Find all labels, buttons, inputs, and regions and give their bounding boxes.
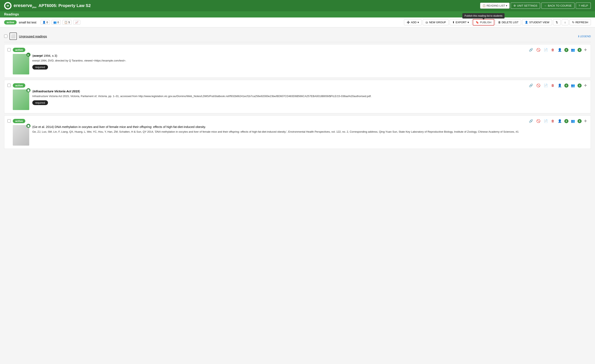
list-name: small list test xyxy=(19,21,36,24)
reading-citation-3: Ge, ZJ, Luo, SM, Lin, F, Liang, QX, Huan… xyxy=(32,130,588,134)
reading-checkbox-2[interactable] xyxy=(7,84,11,87)
reading-header-row-2: active 🔗 🚫 📄 🗑 👤 0 👥 0 ✛ xyxy=(13,83,588,88)
counter-3b: 0 xyxy=(578,119,582,123)
back-to-course-button[interactable]: ← BACK TO COURSE xyxy=(541,2,575,9)
reading-title-3: (Ge et al. 2014) DNA methylation in oocy… xyxy=(32,125,588,129)
thumb-badge-1: ▶ xyxy=(26,53,30,57)
reading-status-2: active xyxy=(13,83,25,88)
reading-top-3: active 🔗 🚫 📄 🗑 👤 0 👥 0 ✛ xyxy=(7,119,588,146)
subheader: Readings xyxy=(0,11,595,17)
refresh-button[interactable]: ↻ REFRESH xyxy=(569,19,591,25)
reading-content-2: 📄 (Infrastructure Victoria Act 2015) Inf… xyxy=(13,89,588,110)
reading-top-2: active 🔗 🚫 📄 🗑 👤 0 👥 0 ✛ xyxy=(7,83,588,110)
reading-title-2: (Infrastructure Victoria Act 2015) xyxy=(32,89,588,93)
notes-btn-3[interactable]: 📄 xyxy=(543,119,549,124)
svg-point-1 xyxy=(7,5,8,6)
doc-count-btn[interactable]: 📋 5 xyxy=(62,20,72,25)
export-button[interactable]: ⬆ EXPORT ▾ xyxy=(450,19,472,25)
notes-btn-2[interactable]: 📄 xyxy=(543,83,549,88)
reading-content-3: 📄 (Ge et al. 2014) DNA methylation in oo… xyxy=(13,125,588,146)
required-badge-2: required xyxy=(32,100,48,105)
reading-actions-1: 🔗 🚫 📄 🗑 👤 0 👥 0 ✛ xyxy=(528,48,588,52)
link-btn-3[interactable]: 🔗 xyxy=(528,119,534,124)
link-btn-1[interactable]: 🔗 xyxy=(528,48,534,52)
hide-btn-1[interactable]: 🚫 xyxy=(536,48,541,52)
delete-list-button[interactable]: 🗑 DELETE LIST xyxy=(495,19,521,25)
reading-title-1: (exerpt 1994, s 3) xyxy=(32,54,588,57)
user-btn-3[interactable]: 👤 xyxy=(557,119,563,124)
reading-text-2: (Infrastructure Victoria Act 2015) Infra… xyxy=(32,89,588,110)
link-btn-2[interactable]: 🔗 xyxy=(528,83,534,88)
thumb-badge-3: 📄 xyxy=(26,124,30,128)
reading-thumb-1: ▶ xyxy=(13,54,29,75)
help-button[interactable]: ? HELP xyxy=(576,2,591,9)
user-btn-1[interactable]: 👤 xyxy=(557,48,563,52)
reading-citation-1: exerpt 1994, DVD, directed by Q Tarantin… xyxy=(32,59,588,63)
group-count-btn[interactable]: 👥 0 xyxy=(51,20,61,25)
reading-list-dropdown[interactable]: 📋 READING LIST ▾ xyxy=(480,3,510,9)
app-header: ereserveplus APT6005: Property Law S2 📋 … xyxy=(0,0,595,11)
reading-thumb-2: 📄 xyxy=(13,89,29,110)
counter-3a: 0 xyxy=(564,119,568,123)
header-actions: 📋 READING LIST ▾ ⚙ UNIT SETTINGS ← BACK … xyxy=(480,2,591,9)
reading-actions-3: 🔗 🚫 📄 🗑 👤 0 👥 0 ✛ xyxy=(528,119,588,124)
analytics-btn[interactable]: 📈 xyxy=(73,20,80,25)
meta-icons: 👤 0 👥 0 📋 5 📈 xyxy=(41,20,80,25)
publish-button[interactable]: 🔖 PUBLISH xyxy=(473,19,494,26)
hide-btn-3[interactable]: 🚫 xyxy=(536,119,541,124)
reading-header-row-1: active 🔗 🚫 📄 🗑 👤 0 👥 0 ✛ xyxy=(13,48,588,52)
reading-item: active 🔗 🚫 📄 🗑 👤 0 👥 0 ✛ xyxy=(4,44,591,78)
reading-actions-2: 🔗 🚫 📄 🗑 👤 0 👥 0 ✛ xyxy=(528,83,588,88)
logo-area: ereserveplus APT6005: Property Law S2 xyxy=(4,2,480,9)
reading-body-1: active 🔗 🚫 📄 🗑 👤 0 👥 0 ✛ xyxy=(13,48,588,75)
notes-btn-1[interactable]: 📄 xyxy=(543,48,549,52)
group-btn-2[interactable]: 👥 xyxy=(570,83,576,88)
group-header: ⬜ Ungrouped readings ℹ LEGEND xyxy=(4,30,591,42)
group-btn-3[interactable]: 👥 xyxy=(570,119,576,124)
user-btn-2[interactable]: 👤 xyxy=(557,83,563,88)
group-folder-icon: ⬜ xyxy=(9,33,17,40)
group-btn-1[interactable]: 👥 xyxy=(570,48,576,52)
sort-button[interactable]: ↕ xyxy=(562,19,568,25)
counter-2b: 0 xyxy=(578,83,582,88)
course-title: APT6005: Property Law S2 xyxy=(38,3,91,8)
reading-content-1: ▶ (exerpt 1994, s 3) exerpt 1994, DVD, d… xyxy=(13,54,588,75)
reading-body-3: active 🔗 🚫 📄 🗑 👤 0 👥 0 ✛ xyxy=(13,119,588,146)
reading-status-1: active xyxy=(13,48,25,52)
group-title: Ungrouped readings xyxy=(19,34,47,38)
move-btn-1[interactable]: ✛ xyxy=(583,48,588,52)
delete-btn-3[interactable]: 🗑 xyxy=(550,119,555,124)
status-badge: active xyxy=(4,20,17,24)
reading-text-1: (exerpt 1994, s 3) exerpt 1994, DVD, dir… xyxy=(32,54,588,75)
move-btn-3[interactable]: ✛ xyxy=(583,119,588,124)
reading-text-3: (Ge et al. 2014) DNA methylation in oocy… xyxy=(32,125,588,146)
group-select-checkbox[interactable] xyxy=(4,34,7,38)
reading-checkbox-3[interactable] xyxy=(7,119,11,123)
move-btn-2[interactable]: ✛ xyxy=(583,83,588,88)
delete-btn-2[interactable]: 🗑 xyxy=(550,83,555,88)
add-button[interactable]: ➕ ADD ▾ xyxy=(404,19,422,25)
reading-thumb-3: 📄 xyxy=(13,125,29,146)
individual-count-btn[interactable]: 👤 0 xyxy=(41,20,50,25)
counter-1a: 0 xyxy=(564,48,568,52)
hide-btn-2[interactable]: 🚫 xyxy=(536,83,541,88)
filter-button[interactable]: ⇅ xyxy=(553,19,561,25)
list-meta: active small list test 👤 0 👥 0 📋 5 📈 xyxy=(4,20,402,25)
new-group-button[interactable]: 🗂 NEW GROUP xyxy=(423,19,449,25)
reading-status-3: active xyxy=(13,119,25,123)
delete-btn-1[interactable]: 🗑 xyxy=(550,48,555,52)
reading-item-3: active 🔗 🚫 📄 🗑 👤 0 👥 0 ✛ xyxy=(4,115,591,149)
reading-item-2: active 🔗 🚫 📄 🗑 👤 0 👥 0 ✛ xyxy=(4,80,591,113)
reading-checkbox-1[interactable] xyxy=(7,48,11,51)
required-badge-1: required xyxy=(32,65,48,69)
counter-1b: 0 xyxy=(578,48,582,52)
legend-button[interactable]: ℹ LEGEND xyxy=(578,35,591,38)
reading-header-row-3: active 🔗 🚫 📄 🗑 👤 0 👥 0 ✛ xyxy=(13,119,588,124)
toolbar-row: active small list test 👤 0 👥 0 📋 5 📈 ➕ A… xyxy=(0,17,595,27)
reading-body-2: active 🔗 🚫 📄 🗑 👤 0 👥 0 ✛ xyxy=(13,83,588,110)
student-view-button[interactable]: 👤 STUDENT VIEW xyxy=(522,19,552,25)
publish-container: Publish this reading list to students 🔖 … xyxy=(473,19,494,26)
logo-icon xyxy=(4,2,12,9)
unit-settings-button[interactable]: ⚙ UNIT SETTINGS xyxy=(510,2,540,9)
reading-citation-2: Infrastructure Victoria Act 2015, Victor… xyxy=(32,94,588,98)
